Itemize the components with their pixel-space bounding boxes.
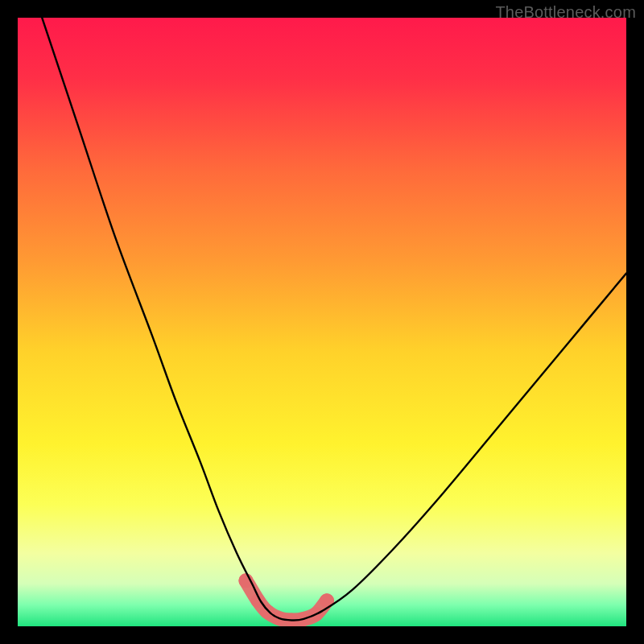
svg-point-3 [260, 605, 275, 619]
watermark-text: TheBottleneck.com [495, 3, 636, 22]
bottleneck-curve [18, 18, 626, 626]
chart-frame: TheBottleneck.com [0, 0, 644, 644]
plot-area [18, 18, 626, 626]
